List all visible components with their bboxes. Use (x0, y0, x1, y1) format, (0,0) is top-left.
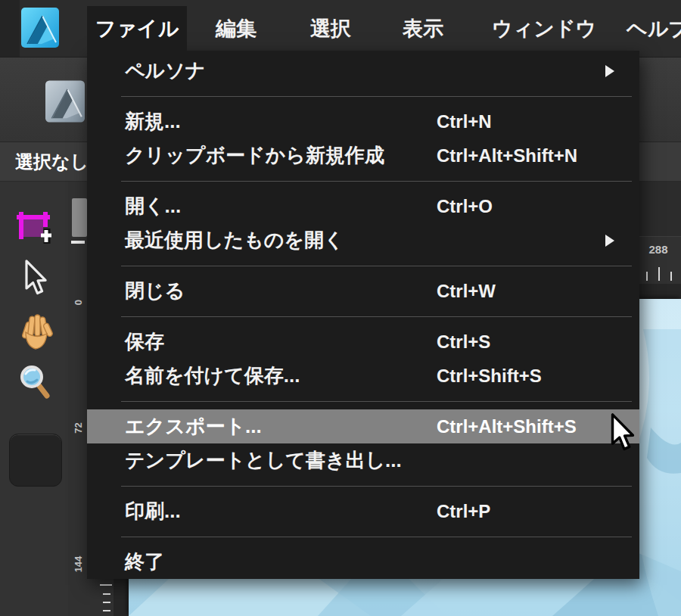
menu-separator (87, 308, 639, 325)
menu-item-close[interactable]: 閉じるCtrl+W (87, 274, 639, 308)
menu-separator (87, 173, 639, 189)
menubar-item-edit[interactable]: 編集 (216, 0, 257, 57)
hand-tool[interactable] (18, 313, 53, 355)
vertical-ruler-label: 72 (73, 418, 84, 438)
file-menu-dropdown: ペルソナ新規...Ctrl+Nクリップボードから新規作成Ctrl+Alt+Shi… (87, 51, 639, 579)
separator-line (121, 316, 632, 317)
menu-item-shortcut: Ctrl+Shift+S (437, 366, 542, 387)
menubar-item-help[interactable]: ヘルプ (627, 0, 681, 57)
vertical-ruler-label: 0 (73, 293, 84, 313)
menubar-item-view[interactable]: 表示 (403, 0, 443, 57)
menu-item-shortcut: Ctrl+Alt+Shift+S (437, 416, 577, 437)
menu-item-label: 閉じる (125, 278, 185, 304)
move-tool-selected-background (9, 434, 62, 487)
app-window: 選択なし 072144 288 (0, 0, 681, 616)
separator-line (121, 401, 632, 402)
tools-panel (0, 182, 68, 616)
menu-item-open-recent[interactable]: 最近使用したものを開く (87, 223, 639, 257)
menu-item-label: 新規... (125, 108, 181, 135)
menubar-item-window[interactable]: ウィンドウ (492, 0, 596, 57)
menubar-item-select[interactable]: 選択 (310, 0, 351, 57)
menu-item-label: 名前を付けて保存... (125, 362, 300, 389)
menu-item-exit[interactable]: 終了 (87, 545, 639, 579)
menu-item-shortcut: Ctrl+W (437, 281, 496, 302)
panel-fragment-dash (71, 241, 85, 244)
affinity-logo-cyan-icon (21, 8, 59, 48)
menu-item-label: エクスポート... (125, 413, 262, 440)
ruler-tick (670, 272, 672, 281)
menu-item-shortcut: Ctrl+Alt+Shift+N (437, 145, 577, 166)
ruler-tick (103, 593, 110, 595)
separator-line (121, 96, 632, 97)
affinity-designer-toolbar-icon[interactable] (45, 78, 85, 125)
separator-line (121, 486, 632, 487)
ruler-tick (100, 584, 112, 586)
menu-item-shortcut: Ctrl+O (437, 196, 493, 217)
menu-separator (87, 88, 639, 104)
separator-line (121, 181, 632, 182)
menu-separator (87, 478, 639, 494)
menu-item-label: 保存 (125, 328, 164, 355)
menu-item-open[interactable]: 開く...Ctrl+O (87, 189, 639, 223)
menu-item-new-from-clipboard[interactable]: クリップボードから新規作成Ctrl+Alt+Shift+N (87, 138, 639, 173)
separator-line (121, 266, 632, 266)
menu-item-new[interactable]: 新規...Ctrl+N (87, 104, 639, 138)
affinity-logo-gray-icon (45, 78, 85, 125)
affinity-designer-app-icon[interactable] (21, 8, 59, 48)
menu-item-save[interactable]: 保存Ctrl+S (87, 325, 639, 359)
menu-item-label: テンプレートとして書き出し... (125, 447, 402, 474)
menu-item-shortcut: Ctrl+P (437, 501, 490, 522)
move-tool-selected[interactable] (23, 259, 50, 301)
submenu-arrow-icon (605, 65, 614, 77)
ruler-tick (646, 272, 648, 281)
menu-item-label: クリップボードから新規作成 (125, 142, 384, 169)
menu-item-label: 最近使用したものを開く (125, 227, 344, 254)
panel-fragment (72, 198, 87, 237)
horizontal-ruler-label: 288 (639, 243, 677, 256)
separator-line (121, 537, 632, 537)
window-edge (0, 0, 20, 57)
menubar-item-file[interactable]: ファイル (87, 6, 187, 51)
menu-separator (87, 257, 639, 274)
menu-item-export[interactable]: エクスポート...Ctrl+Alt+Shift+S (87, 409, 639, 443)
mouse-cursor-icon (610, 412, 636, 456)
menu-item-label: 印刷... (125, 498, 181, 524)
vertical-ruler-label: 144 (73, 555, 84, 574)
menu-item-persona[interactable]: ペルソナ (87, 54, 639, 88)
menu-item-label: ペルソナ (125, 58, 205, 84)
menu-item-label: 終了 (125, 549, 164, 575)
menu-separator (87, 528, 639, 545)
ruler-tick (103, 610, 110, 611)
ruler-tick (103, 602, 110, 603)
menu-item-export-as-template[interactable]: テンプレートとして書き出し... (87, 443, 639, 478)
menu-item-save-as[interactable]: 名前を付けて保存...Ctrl+Shift+S (87, 359, 639, 393)
selection-status-text: 選択なし (15, 142, 89, 182)
ruler-tick-major (658, 267, 660, 281)
crop-tool[interactable] (15, 210, 51, 248)
menu-item-shortcut: Ctrl+N (437, 111, 492, 132)
menu-separator (87, 393, 639, 409)
submenu-arrow-icon (605, 235, 614, 247)
menu-item-shortcut: Ctrl+S (437, 331, 490, 353)
zoom-tool[interactable] (18, 363, 50, 404)
menu-item-label: 開く... (125, 193, 181, 219)
menu-item-print[interactable]: 印刷...Ctrl+P (87, 494, 639, 528)
